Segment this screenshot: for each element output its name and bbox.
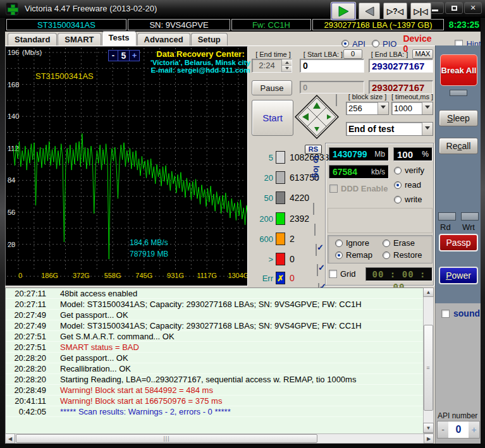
log-timestamp: 20:28:20 [6,353,46,363]
log-line: 20:28:20Get passport... OK [6,353,433,363]
svg-text:168: 168 [8,81,19,88]
mode-ignore[interactable]: Ignore [335,238,369,248]
log-vscroll-thumb[interactable]: ≡ [424,325,433,411]
mode-restore[interactable]: Restore [383,250,422,260]
log-timestamp: 20:28:20 [6,374,46,385]
api-radio[interactable] [341,40,349,47]
scroll-left-button[interactable]: ◀ [5,433,15,444]
play-button[interactable] [331,3,355,20]
counter-swatch-icon [276,151,285,164]
recall-button[interactable]: Recall [439,138,478,154]
tab-tests[interactable]: Tests [102,31,137,45]
end-lba-max-button[interactable]: MAX [412,49,433,59]
api-number-value: 0 [448,421,469,438]
tab-standard[interactable]: Standard [8,33,57,45]
api-number-label: API number [438,411,477,420]
drive-capacity: 2930277168 LBA (~1397 GB) [312,19,444,30]
rw-option-read[interactable]: read [394,180,421,190]
log-panel: 20:27:1148bit access enabled20:27:11Mode… [5,288,434,433]
pio-radio[interactable] [372,40,379,47]
scroll-up-button[interactable]: ▲ [423,288,434,297]
scan-end-button[interactable]: ▷|◁ [410,3,431,20]
counter-swatch-icon [276,212,285,225]
tab-smart[interactable]: SMART [58,33,101,45]
play-icon [337,6,350,17]
read-radio[interactable] [394,181,402,189]
end-action-select[interactable]: End of test [346,122,433,136]
svg-text:196: 196 [8,49,19,56]
start-lba-input[interactable]: 0 [300,59,364,73]
rs-toggle-button[interactable]: RS [305,145,322,154]
mode-remap[interactable]: Remap [335,250,372,260]
break-all-button[interactable]: Break All [440,54,477,86]
dropdown-arrow-icon[interactable] [378,102,388,114]
counter-swatch-icon [276,171,285,184]
counter-log-checkbox-3[interactable] [314,224,316,236]
counter-log-checkbox-4[interactable] [316,244,317,256]
log-message: Model: ST31500341AS; Capacity: 293027716… [60,321,362,330]
banner-email: E-mail: sergei@hdd-911.com [150,66,251,74]
mode-erase[interactable]: Erase [383,238,415,248]
dropdown-arrow-icon[interactable] [422,102,433,114]
dropdown-arrow-icon[interactable] [422,123,433,135]
rw-option-write[interactable]: write [394,195,422,204]
tab-setup[interactable]: Setup [191,33,228,45]
erase-radio[interactable] [383,239,390,247]
jog-option-checkbox[interactable] [336,94,337,106]
counter-swatch-icon [276,233,285,245]
log-timestamp: 20:27:49 [6,310,46,320]
log-line: 20:28:49Warning! Block start at 5844992 … [6,385,433,396]
start-lba-zero-button[interactable]: 0 [343,49,362,59]
graph-current-position: 787919 MB [130,250,168,258]
processed-mb-display: 1430799 Mb [329,147,389,161]
sound-checkbox[interactable] [441,310,450,318]
log-timestamp: 20:27:51 [6,331,46,342]
zoom-in-button[interactable]: + [130,51,139,61]
victoria-app-window: Victoria 4.47 Freeware (2013-02-20) ✕ ST… [0,0,485,448]
tab-advanced[interactable]: Advanced [137,33,190,45]
graph-current-speed: 184,6 MB/s [130,238,168,247]
back-button[interactable] [359,3,380,20]
close-button[interactable]: ✕ [464,2,482,14]
log-timestamp: 20:27:49 [6,320,46,331]
svg-text:140: 140 [8,112,19,120]
api-number-decrement[interactable]: - [438,421,448,438]
sleep-button[interactable]: Sleep [439,110,478,126]
verify-radio[interactable] [394,167,402,174]
zoom-out-button[interactable]: - [109,51,118,61]
timeout-select[interactable]: 1000 [391,102,433,115]
counter-log-checkbox-5[interactable] [317,264,318,276]
end-time-spinner[interactable]: 2:24 [252,59,292,73]
start-button[interactable]: Start [252,100,293,136]
grid-checkbox[interactable] [329,270,337,278]
rw-option-verify[interactable]: verify [394,166,424,175]
passport-button[interactable]: Passp [439,234,478,251]
ddd-enable-checkbox[interactable] [329,185,338,193]
restore-radio[interactable] [383,251,390,259]
counter-label-0: 5 [252,153,273,162]
end-lba-input[interactable]: 2930277167 [369,59,433,73]
api-label: API [352,39,365,49]
api-number-increment[interactable]: + [469,421,479,438]
counter-swatch-icon [276,191,285,204]
svg-text:1304G: 1304G [228,272,247,279]
log-hscroll-thumb[interactable]: ||| [16,434,317,443]
block-size-select[interactable]: 256 [346,102,389,115]
maximize-button[interactable] [445,2,463,14]
counter-value-4: 2 [290,234,295,244]
scan-query-button[interactable]: ▷?◁ [383,3,407,20]
counter-value-3: 2392 [290,214,309,224]
log-message: 48bit access enabled [60,289,137,298]
counter-log-checkbox-2[interactable] [313,203,314,215]
remap-radio[interactable] [335,251,343,259]
ignore-radio[interactable] [335,239,343,247]
scroll-down-button[interactable]: ▼ [423,423,434,433]
scroll-right-button[interactable]: ▶ [424,433,434,444]
drive-firmware: Fw: CC1H [231,19,311,30]
rd-label: Rd [440,222,451,232]
pause-button[interactable]: Pause [252,80,292,95]
write-radio[interactable] [394,196,402,203]
log-line: 20:27:49Get passport... OK [6,310,433,320]
clock: 8:23:25 [445,19,483,30]
power-button[interactable]: Power [439,267,478,284]
